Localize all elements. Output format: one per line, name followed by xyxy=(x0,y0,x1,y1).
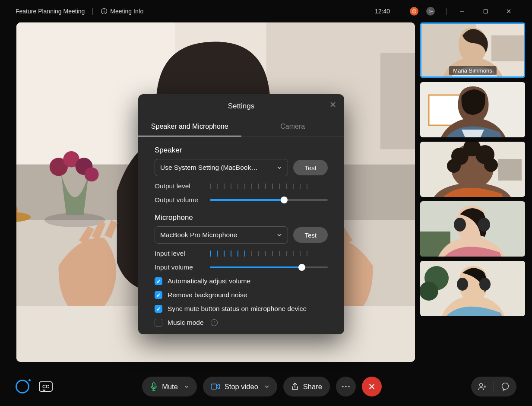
svg-point-43 xyxy=(342,386,343,387)
speaker-test-button[interactable]: Test xyxy=(293,160,328,175)
microphone-device-value: MacBook Pro Microphone xyxy=(160,231,237,239)
svg-point-40 xyxy=(479,278,491,291)
input-volume-label: Input volume xyxy=(155,263,210,271)
chevron-down-icon[interactable] xyxy=(184,384,189,389)
window-close-button[interactable] xyxy=(501,4,516,18)
recording-indicator[interactable] xyxy=(410,7,418,16)
svg-rect-22 xyxy=(491,35,525,61)
divider xyxy=(92,8,93,15)
chevron-down-icon[interactable] xyxy=(264,384,269,389)
key-icon xyxy=(428,9,433,14)
microphone-section-label: Microphone xyxy=(155,213,328,222)
svg-point-35 xyxy=(478,218,490,232)
leave-button[interactable] xyxy=(362,377,382,396)
svg-point-15 xyxy=(85,168,99,182)
info-icon[interactable]: i xyxy=(211,319,218,326)
window-maximize-button[interactable] xyxy=(478,4,493,18)
output-level-meter xyxy=(210,184,328,189)
chat-button[interactable] xyxy=(494,377,516,396)
svg-point-38 xyxy=(420,282,438,301)
output-volume-slider[interactable] xyxy=(210,199,328,201)
checkbox-icon xyxy=(155,277,162,285)
svg-rect-2 xyxy=(104,11,104,13)
svg-point-31 xyxy=(484,158,498,172)
encryption-badge[interactable] xyxy=(426,7,435,16)
mute-label: Mute xyxy=(162,383,178,391)
stop-video-label: Stop video xyxy=(225,383,258,391)
share-icon xyxy=(291,383,299,390)
settings-title: Settings xyxy=(138,102,344,111)
svg-point-30 xyxy=(447,159,461,173)
remove-noise-checkbox[interactable]: Remove background noise xyxy=(155,291,328,299)
sync-mute-checkbox[interactable]: Sync mute button status on microphone de… xyxy=(155,305,328,313)
divider xyxy=(446,8,446,15)
close-icon xyxy=(368,383,375,390)
participant-thumb[interactable] xyxy=(420,201,525,257)
svg-point-47 xyxy=(502,383,509,390)
svg-point-11 xyxy=(44,213,105,227)
chat-icon xyxy=(501,382,510,391)
participant-thumb[interactable] xyxy=(420,82,525,137)
participant-name-badge: Maria Simmons xyxy=(449,66,496,75)
output-volume-label: Output volume xyxy=(155,196,210,204)
settings-modal: Settings Speaker and Microphone Camera S… xyxy=(138,94,344,334)
microphone-icon xyxy=(150,382,158,391)
auto-adjust-label: Automatically adjust volume xyxy=(168,277,250,285)
checkbox-icon xyxy=(155,319,162,327)
participants-button[interactable] xyxy=(471,377,494,396)
settings-close-button[interactable] xyxy=(329,100,337,109)
participant-list: Maria Simmons xyxy=(420,22,525,362)
more-button[interactable] xyxy=(336,377,356,396)
sync-mute-label: Sync mute button status on microphone de… xyxy=(168,305,307,313)
participant-thumb[interactable]: Maria Simmons xyxy=(420,22,525,78)
share-label: Share xyxy=(303,383,322,391)
chevron-down-icon xyxy=(276,232,282,238)
remove-noise-label: Remove background noise xyxy=(168,291,247,299)
speaker-section-label: Speaker xyxy=(155,146,328,155)
ai-companion-button[interactable] xyxy=(16,380,29,393)
window-minimize-button[interactable] xyxy=(454,4,470,18)
svg-rect-41 xyxy=(152,383,155,387)
output-level-label: Output level xyxy=(155,182,210,190)
svg-rect-4 xyxy=(484,10,487,13)
close-icon xyxy=(330,102,336,108)
input-volume-slider[interactable] xyxy=(210,266,328,268)
svg-point-1 xyxy=(104,10,104,10)
participant-thumb[interactable] xyxy=(420,142,525,197)
chevron-down-icon xyxy=(276,165,282,171)
meeting-info-label: Meeting Info xyxy=(110,8,143,15)
speaker-device-select[interactable]: Use System Setting (MacBook… xyxy=(155,159,288,176)
meeting-duration: 12:40 xyxy=(375,8,390,15)
mute-button[interactable]: Mute xyxy=(142,377,197,396)
stop-video-button[interactable]: Stop video xyxy=(203,377,277,396)
video-icon xyxy=(211,383,220,390)
svg-point-34 xyxy=(454,218,466,232)
info-icon xyxy=(101,8,108,15)
input-level-meter xyxy=(210,251,328,257)
people-icon xyxy=(478,382,487,391)
tab-speaker-mic[interactable]: Speaker and Microphone xyxy=(138,117,241,136)
speaker-device-value: Use System Setting (MacBook… xyxy=(160,164,258,171)
svg-point-3 xyxy=(429,10,431,12)
microphone-test-button[interactable]: Test xyxy=(293,227,328,243)
captions-button[interactable]: CC xyxy=(39,381,53,392)
svg-point-46 xyxy=(480,384,483,387)
svg-rect-26 xyxy=(498,159,522,181)
checkbox-icon xyxy=(155,305,162,313)
svg-point-45 xyxy=(348,386,349,387)
music-mode-checkbox[interactable]: Music mode i xyxy=(155,319,328,327)
ellipsis-icon xyxy=(342,385,350,388)
input-level-label: Input level xyxy=(155,250,210,257)
checkbox-icon xyxy=(155,291,162,299)
microphone-device-select[interactable]: MacBook Pro Microphone xyxy=(155,226,288,244)
share-button[interactable]: Share xyxy=(283,377,330,396)
svg-rect-10 xyxy=(380,53,415,149)
svg-rect-42 xyxy=(211,384,217,389)
meeting-info-button[interactable]: Meeting Info xyxy=(101,8,143,15)
meeting-title: Feature Planning Meeting xyxy=(16,8,85,15)
svg-point-44 xyxy=(345,386,346,387)
tab-camera[interactable]: Camera xyxy=(241,117,345,136)
participant-thumb[interactable] xyxy=(420,261,525,316)
auto-adjust-checkbox[interactable]: Automatically adjust volume xyxy=(155,277,328,285)
music-mode-label: Music mode xyxy=(168,319,204,327)
